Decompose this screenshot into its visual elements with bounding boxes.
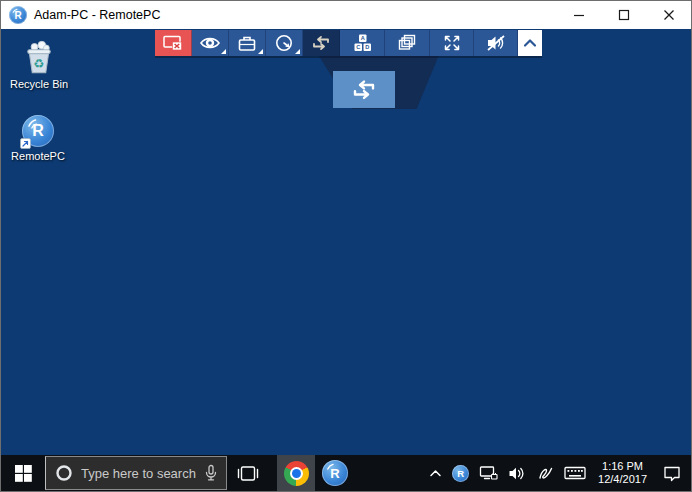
- hotkeys-icon: A C D: [351, 33, 373, 53]
- mute-sound-button[interactable]: [474, 30, 518, 56]
- start-button[interactable]: [1, 455, 45, 491]
- remotepc-session-window: R Adam-PC - RemotePC: [0, 0, 692, 492]
- close-button[interactable]: [646, 1, 691, 29]
- fullscreen-button[interactable]: [430, 30, 474, 56]
- minimize-icon: [573, 9, 585, 21]
- tray-windows-ink[interactable]: [533, 455, 558, 491]
- search-input[interactable]: [81, 466, 200, 481]
- chrome-icon: [284, 461, 309, 486]
- minimize-button[interactable]: [556, 1, 601, 29]
- window-title: Adam-PC - RemotePC: [34, 8, 160, 22]
- chevron-up-icon: [429, 468, 442, 479]
- desktop-icon-label: Recycle Bin: [10, 78, 68, 90]
- view-options-button[interactable]: [192, 30, 229, 56]
- file-transfer-large-icon: [350, 79, 378, 101]
- disconnect-button[interactable]: [155, 30, 192, 56]
- shortcut-arrow-badge: [20, 138, 31, 149]
- keyboard-icon: [564, 465, 586, 481]
- file-transfer-button[interactable]: [303, 30, 340, 56]
- clock-date: 12/4/2017: [598, 473, 647, 486]
- microphone-icon[interactable]: [204, 464, 218, 482]
- speaker-icon: [508, 465, 527, 482]
- titlebar[interactable]: R Adam-PC - RemotePC: [1, 1, 691, 29]
- tray-network[interactable]: [475, 455, 502, 491]
- taskbar-app-chrome[interactable]: [277, 455, 315, 491]
- desktop-icon-label: RemotePC: [11, 150, 65, 162]
- performance-button[interactable]: [266, 30, 303, 56]
- file-transfer-icon: [311, 35, 331, 51]
- briefcase-icon: [237, 34, 257, 52]
- tray-volume[interactable]: [504, 455, 531, 491]
- close-icon: [663, 9, 675, 21]
- desktop-icon-remotepc[interactable]: R RemotePC: [6, 111, 70, 162]
- task-view-icon: [237, 465, 259, 482]
- svg-text:♻: ♻: [33, 57, 44, 71]
- svg-text:C: C: [356, 44, 360, 50]
- remotepc-shortcut-icon: R: [22, 111, 54, 147]
- fullscreen-icon: [442, 33, 462, 53]
- tools-button[interactable]: [229, 30, 266, 56]
- signal-arc: [9, 6, 27, 24]
- collapse-toolbar-button[interactable]: [518, 30, 542, 56]
- eye-icon: [199, 34, 221, 52]
- muted-speaker-icon: [485, 33, 507, 53]
- taskbar-app-remotepc[interactable]: R: [315, 455, 355, 491]
- action-center-icon: [663, 465, 681, 482]
- remotepc-app-icon: R: [9, 6, 27, 24]
- show-hidden-icons-button[interactable]: [425, 455, 446, 491]
- cascade-windows-button[interactable]: [385, 30, 430, 56]
- task-view-button[interactable]: [227, 455, 269, 491]
- network-icon: [479, 465, 498, 482]
- recycle-bin-icon: ♻: [21, 39, 57, 75]
- file-transfer-dropdown[interactable]: [333, 71, 395, 108]
- svg-text:A: A: [361, 35, 365, 41]
- taskbar-search[interactable]: [45, 456, 227, 490]
- tray-clock[interactable]: 1:16 PM 12/4/2017: [592, 455, 653, 491]
- taskbar: R R: [1, 455, 691, 491]
- tray-touch-keyboard[interactable]: [560, 455, 590, 491]
- desktop-icon-recycle-bin[interactable]: ♻ Recycle Bin: [7, 39, 71, 90]
- windows-ink-icon: [537, 465, 554, 482]
- disconnect-icon: [162, 33, 184, 53]
- action-center-button[interactable]: [655, 455, 689, 491]
- maximize-icon: [618, 9, 630, 21]
- maximize-button[interactable]: [601, 1, 646, 29]
- remotepc-icon: R: [322, 460, 348, 486]
- svg-text:D: D: [365, 44, 369, 50]
- hotkeys-button[interactable]: A C D: [340, 30, 385, 56]
- cortana-icon: [55, 464, 73, 482]
- clock-time: 1:16 PM: [602, 460, 643, 473]
- tray-remotepc[interactable]: R: [448, 455, 473, 491]
- chevron-up-icon: [523, 37, 537, 49]
- system-tray: R: [425, 455, 691, 491]
- speedometer-icon: [274, 33, 294, 53]
- cascade-windows-icon: [396, 33, 418, 53]
- remotepc-tray-icon: R: [452, 465, 469, 482]
- remote-desktop-area[interactable]: A C D: [1, 29, 691, 455]
- session-toolbar: A C D: [155, 30, 542, 56]
- windows-logo-icon: [15, 465, 32, 482]
